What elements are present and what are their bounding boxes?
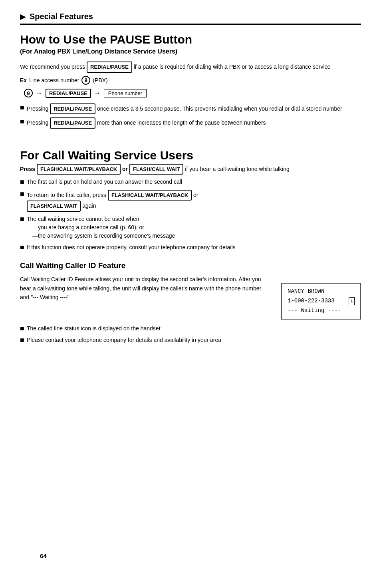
display-line3: --- Waiting ---- [288,306,355,316]
flash-wait-btn-b2: FLASH/CALL WAIT [27,201,81,212]
caller-id-text: Call Waiting Caller ID Feature allows yo… [20,275,269,302]
caller-id-subtitle: Call Waiting Caller ID Feature [20,261,361,270]
ex-pbx: (PBX) [93,77,107,83]
display-line1: NANCY BROWN [288,287,355,296]
call-waiting-intro: Press FLASH/CALL WAIT/PLAYBACK or FLASH/… [20,164,361,175]
cw-bullet-1: ■ The first call is put on hold and you … [20,178,361,187]
special-features-title: Special Features [30,12,93,21]
cw-last-text-2: Please contact your telephone company fo… [27,336,361,344]
call-waiting-section: For Call Waiting Service Users Press FLA… [20,149,361,345]
display-icon: 1 [349,297,355,306]
diagram-line: 9 → REDIAL/PAUSE → Phone number [24,89,361,98]
cw-bullet-4: ■ If this function does not operate prop… [20,243,361,252]
cw-last-bullet-1: ■ The called line status icon is display… [20,324,361,333]
pause-section: How to Use the PAUSE Button (For Analog … [20,33,361,129]
bullet-dot-1: ■ [20,103,24,112]
cw-last-text-1: The called line status icon is displayed… [27,324,361,333]
cw-bullet-3: ■ The call waiting service cannot be use… [20,215,361,240]
redial-pause-btn-diagram: REDIAL/PAUSE [46,89,91,98]
cw-bullet-3-text: The call waiting service cannot be used … [27,215,361,240]
display-line2-row: 1-000-222-3333 1 [288,296,355,306]
call-waiting-title: For Call Waiting Service Users [20,149,361,162]
cw-bullet-dot-4: ■ [20,243,24,252]
pause-intro: We recommend you press REDIAL/PAUSE if a… [20,62,361,73]
cw-bullet-dot-2: ■ [20,190,24,199]
cw-bullet-2-text: To return to the first caller, press FLA… [27,190,361,212]
ex-label: Ex [20,77,27,83]
ex-text: Line access number [29,77,79,83]
ex-line: Ex Line access number 9 (PBX) [20,76,361,85]
redial-pause-btn-b2: REDIAL/PAUSE [50,117,95,129]
circle-9-diagram: 9 [24,89,33,97]
redial-pause-btn-intro: REDIAL/PAUSE [87,62,132,73]
cw-bullet-dot-1: ■ [20,178,24,187]
page-number: 64 [40,552,47,559]
circle-9-ex: 9 [81,76,90,85]
caller-id-section: Call Waiting Caller ID Feature allows yo… [20,275,361,319]
pause-subtitle: (For Analog PBX Line/Long Distance Servi… [20,48,361,55]
special-features-header: ▶ Special Features [20,12,361,21]
pause-bullet-2-text: Pressing REDIAL/PAUSE more than once inc… [27,117,361,129]
phone-number-box: Phone number [104,89,147,97]
cw-bullet-4-text: If this function does not operate proper… [27,243,361,252]
redial-pause-btn-b1: REDIAL/PAUSE [50,103,95,115]
flash-wait-btn-intro: FLASH/CALL WAIT [129,164,183,175]
cw-last-dot-2: ■ [20,336,24,345]
arrow-right-2: → [94,89,101,97]
caller-id-display: NANCY BROWN 1-000-222-3333 1 --- Waiting… [281,283,361,319]
arrow-right-1: → [36,89,42,97]
display-line2: 1-000-222-3333 [288,296,335,306]
flash-playback-btn-b2: FLASH/CALL WAIT/PLAYBACK [108,190,192,201]
arrow-icon: ▶ [20,12,26,21]
cw-bullet-1-text: The first call is put on hold and you ca… [27,178,361,186]
cw-last-dot-1: ■ [20,324,24,333]
cw-last-bullet-2: ■ Please contact your telephone company … [20,336,361,345]
pause-bullet-2: ■ Pressing REDIAL/PAUSE more than once i… [20,117,361,129]
pause-title: How to Use the PAUSE Button [20,33,361,46]
flash-playback-btn-intro: FLASH/CALL WAIT/PLAYBACK [37,164,121,175]
page-content: ▶ Special Features How to Use the PAUSE … [20,12,361,571]
cw-bullet-2: ■ To return to the first caller, press F… [20,190,361,212]
bullet-dot-2: ■ [20,117,24,126]
header-divider [20,24,361,25]
pause-bullet-1: ■ Pressing REDIAL/PAUSE once creates a 3… [20,103,361,115]
pause-bullet-1-text: Pressing REDIAL/PAUSE once creates a 3.5… [27,103,361,115]
cw-bullet-dot-3: ■ [20,215,24,224]
